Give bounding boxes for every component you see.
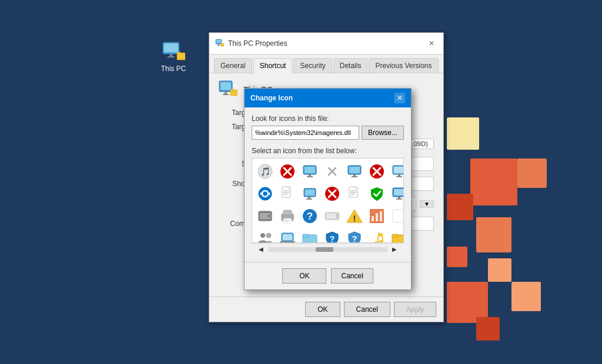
svg-rect-31 xyxy=(353,174,356,176)
run-dropdown-btn[interactable]: ▼ xyxy=(420,200,434,208)
icon-cell-26[interactable] xyxy=(366,228,387,243)
svg-rect-70 xyxy=(284,220,291,221)
icon-cell-24[interactable]: ? xyxy=(322,228,343,243)
scroll-left-button[interactable]: ◀ xyxy=(256,246,266,252)
change-icon-dialog: Change Icon ✕ Look for icons in this fil… xyxy=(244,88,412,290)
svg-rect-82 xyxy=(380,211,382,221)
icon-cell-18[interactable]: ! xyxy=(344,205,365,227)
file-path-input[interactable] xyxy=(252,126,359,140)
icon-cell-5[interactable] xyxy=(366,161,387,182)
svg-rect-11 xyxy=(221,43,223,45)
svg-rect-37 xyxy=(394,167,404,173)
icon-cell-19[interactable] xyxy=(366,205,387,227)
svg-rect-90 xyxy=(303,234,309,237)
icon-cell-11[interactable] xyxy=(344,183,365,204)
properties-close-button[interactable]: ✕ xyxy=(426,38,437,49)
change-icon-titlebar: Change Icon ✕ xyxy=(245,89,411,107)
svg-rect-83 xyxy=(393,210,404,223)
svg-rect-49 xyxy=(305,190,315,196)
properties-cancel-button[interactable]: Cancel xyxy=(344,302,390,317)
svg-point-85 xyxy=(266,233,271,238)
desktop-icon-label: This PC xyxy=(161,65,186,73)
svg-text:!: ! xyxy=(353,213,356,223)
icon-cell-14[interactable] xyxy=(255,205,276,227)
scroll-right-button[interactable]: ▶ xyxy=(390,246,399,252)
tab-security[interactable]: Security xyxy=(293,58,332,73)
icon-cell-13[interactable] xyxy=(389,183,404,204)
svg-marker-76 xyxy=(336,213,339,220)
icon-cell-1[interactable] xyxy=(277,161,298,182)
svg-rect-17 xyxy=(230,89,234,91)
svg-text:?: ? xyxy=(330,234,335,243)
change-icon-ok-button[interactable]: OK xyxy=(282,268,326,284)
tab-previous-versions[interactable]: Previous Versions xyxy=(369,58,438,73)
desktop-this-pc-icon[interactable]: This PC xyxy=(153,41,194,73)
svg-text:🎵: 🎵 xyxy=(260,167,271,177)
svg-rect-2 xyxy=(170,54,172,56)
icon-cell-10[interactable] xyxy=(322,183,343,204)
svg-rect-25 xyxy=(309,174,311,176)
icons-grid: 🎵?!?? xyxy=(252,159,403,243)
svg-rect-71 xyxy=(284,221,289,222)
svg-text:?: ? xyxy=(352,234,357,243)
icon-cell-12[interactable] xyxy=(366,183,387,204)
icon-cell-2[interactable] xyxy=(299,161,320,182)
change-icon-title: Change Icon xyxy=(250,94,293,102)
scroll-track[interactable] xyxy=(268,247,387,252)
svg-rect-13 xyxy=(220,82,231,90)
change-icon-cancel-button[interactable]: Cancel xyxy=(331,268,373,284)
icon-cell-7[interactable] xyxy=(255,183,276,204)
tab-details[interactable]: Details xyxy=(333,58,368,73)
icon-cell-22[interactable] xyxy=(277,228,298,243)
properties-titlebar: This PC Properties ✕ xyxy=(209,33,443,55)
icon-cell-16[interactable]: ? xyxy=(299,205,320,227)
svg-rect-8 xyxy=(218,44,219,45)
svg-rect-7 xyxy=(216,40,221,43)
icons-grid-container: 🎵?!?? xyxy=(252,158,404,243)
svg-rect-32 xyxy=(352,176,357,177)
svg-rect-68 xyxy=(283,210,292,215)
icon-cell-23[interactable] xyxy=(299,228,320,243)
svg-point-66 xyxy=(267,215,270,217)
svg-rect-81 xyxy=(376,213,378,221)
icons-scrollbar: ◀ ▶ xyxy=(252,243,404,255)
icon-cell-0[interactable]: 🎵 xyxy=(255,161,276,182)
icon-cell-3[interactable] xyxy=(322,161,343,182)
scroll-thumb xyxy=(316,247,333,252)
svg-rect-9 xyxy=(217,45,220,46)
properties-window-icon xyxy=(215,39,225,48)
icon-cell-20[interactable] xyxy=(389,205,404,227)
properties-apply-button[interactable]: Apply xyxy=(394,302,436,317)
icon-cell-27[interactable] xyxy=(389,228,404,243)
file-label: Look for icons in this file: xyxy=(252,114,404,123)
svg-rect-75 xyxy=(326,214,336,218)
svg-text:?: ? xyxy=(307,211,313,222)
tab-shortcut[interactable]: Shortcut xyxy=(253,58,293,73)
properties-ok-button[interactable]: OK xyxy=(305,302,340,317)
this-pc-icon xyxy=(162,41,185,62)
icon-cell-25[interactable]: ? xyxy=(344,228,365,243)
icon-cell-9[interactable] xyxy=(299,183,320,204)
svg-point-84 xyxy=(260,233,265,238)
svg-rect-1 xyxy=(164,43,178,52)
props-icon xyxy=(219,80,238,99)
icon-cell-15[interactable] xyxy=(277,205,298,227)
change-icon-bottom: OK Cancel xyxy=(245,262,411,289)
svg-rect-15 xyxy=(223,94,229,95)
icon-cell-17[interactable] xyxy=(322,205,343,227)
properties-window-title: This PC Properties xyxy=(228,39,287,48)
tab-general[interactable]: General xyxy=(214,58,252,73)
change-icon-content: Look for icons in this file: Browse... S… xyxy=(245,107,411,262)
icon-cell-21[interactable] xyxy=(255,228,276,243)
icon-cell-8[interactable] xyxy=(277,183,298,204)
svg-rect-51 xyxy=(306,198,312,200)
icon-cell-4[interactable] xyxy=(344,161,365,182)
svg-rect-14 xyxy=(225,92,227,94)
change-icon-close-button[interactable]: ✕ xyxy=(394,93,405,103)
icon-cell-6[interactable] xyxy=(389,161,404,182)
svg-rect-3 xyxy=(168,56,175,58)
svg-rect-63 xyxy=(396,198,402,200)
svg-rect-87 xyxy=(283,234,292,240)
browse-button[interactable]: Browse... xyxy=(362,126,404,140)
svg-rect-62 xyxy=(398,197,400,198)
